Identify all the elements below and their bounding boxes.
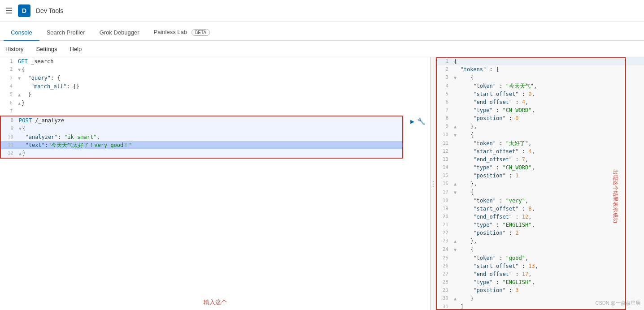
tab-grok-debugger[interactable]: Grok Debugger — [92, 25, 147, 41]
wrench-icon[interactable]: 🔧 — [417, 117, 426, 125]
code-line-8: 8 POST /_analyze — [1, 116, 402, 125]
beta-badge: BETA — [191, 29, 210, 36]
result-line-3: 3 ▼ { — [436, 73, 644, 82]
result-line-27: 27 "end_offset" : 17, — [436, 270, 644, 278]
result-line-23: 23 ▲ }, — [436, 237, 644, 245]
code-editor[interactable]: 1 GET _search 2 ▼{ 3 ▼ "query": { 4 "mat… — [0, 57, 430, 295]
subnav-settings[interactable]: Settings — [34, 42, 59, 56]
code-line-10: 10 "analyzer": "ik_smart", — [1, 133, 402, 141]
app-icon: D — [18, 4, 30, 17]
editor-panel: 1 GET _search 2 ▼{ 3 ▼ "query": { 4 "mat… — [0, 57, 431, 310]
result-line-4: 4 "token" : "今天天气", — [436, 82, 644, 90]
result-line-10: 10 ▼ { — [436, 131, 644, 139]
result-line-9: 9 ▲ }, — [436, 122, 644, 131]
result-line-7: 7 "type" : "CN_WORD", — [436, 106, 644, 114]
code-line-5: 5 ▲ } — [0, 90, 430, 99]
result-line-24: 24 ▼ { — [436, 245, 644, 254]
tab-bar: Console Search Profiler Grok Debugger Pa… — [0, 22, 644, 41]
result-line-29: 29 "position" : 3 — [436, 286, 644, 294]
action-icons: ▶ 🔧 — [410, 117, 426, 125]
hamburger-icon[interactable]: ☰ — [5, 6, 13, 16]
panel-divider[interactable]: ⋮ — [431, 57, 436, 310]
subnav-history[interactable]: History — [4, 42, 25, 56]
code-line-9: 9 ▼{ — [1, 125, 402, 133]
editor-annotation: 输入这个 — [0, 295, 430, 310]
code-line-3: 3 ▼ "query": { — [0, 74, 430, 82]
tab-painless-lab[interactable]: Painless Lab BETA — [147, 24, 217, 41]
result-line-1: 1 { — [436, 57, 644, 65]
code-line-7: 7 — [0, 108, 430, 116]
tab-search-profiler[interactable]: Search Profiler — [39, 25, 92, 41]
result-line-6: 6 "end_offset" : 4, — [436, 98, 644, 106]
result-line-26: 26 "start_offset" : 13, — [436, 262, 644, 270]
code-line-6: 6 ▲} — [0, 99, 430, 108]
result-panel: 1 { 2 "tokens" : [ 3 ▼ { 4 "token" : "今天… — [436, 57, 644, 310]
sub-nav: History Settings Help — [0, 41, 644, 57]
app-title: Dev Tools — [36, 7, 63, 14]
result-line-22: 22 "position" : 2 — [436, 229, 644, 237]
code-line-1: 1 GET _search — [0, 57, 430, 65]
request-block: ▶ 🔧 8 POST /_analyze 9 ▼{ 10 "analyzer":… — [0, 116, 403, 159]
result-line-11: 11 "token" : "太好了", — [436, 139, 644, 147]
run-icon[interactable]: ▶ — [410, 117, 414, 125]
result-line-2: 2 "tokens" : [ — [436, 65, 644, 73]
result-annotation: 出现这个结果表示成功 — [612, 169, 619, 223]
top-bar: ☰ D Dev Tools — [0, 0, 644, 22]
watermark: CSDN @一点点星辰 — [596, 300, 640, 306]
result-line-28: 28 "type" : "ENGLISH", — [436, 278, 644, 286]
code-line-4: 4 "match_all": {} — [0, 82, 430, 90]
code-line-12: 12 ▲} — [1, 149, 402, 158]
code-line-11: 11 "text":"今天天气太好了！very good！" — [1, 141, 402, 149]
subnav-help[interactable]: Help — [68, 42, 83, 56]
code-line-2: 2 ▼{ — [0, 65, 430, 74]
result-line-8: 8 "position" : 0 — [436, 114, 644, 122]
main-content: 1 GET _search 2 ▼{ 3 ▼ "query": { 4 "mat… — [0, 57, 644, 310]
result-line-25: 25 "token" : "good", — [436, 254, 644, 262]
tab-console[interactable]: Console — [4, 25, 39, 41]
result-line-13: 13 "end_offset" : 7, — [436, 155, 644, 164]
result-line-12: 12 "start_offset" : 4, — [436, 147, 644, 155]
result-line-5: 5 "start_offset" : 0, — [436, 90, 644, 98]
